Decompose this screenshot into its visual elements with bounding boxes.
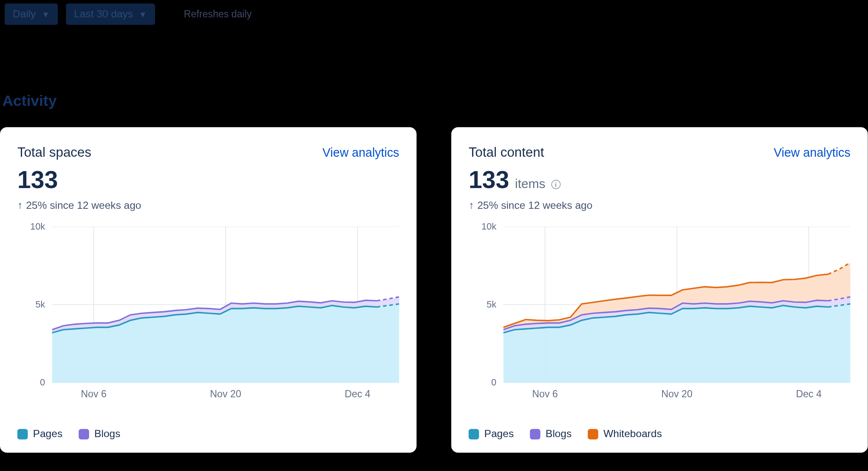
legend-swatch-blogs	[530, 429, 540, 439]
metric-unit: items	[515, 176, 545, 191]
arrow-up-icon: ↑	[17, 199, 22, 212]
range-label: Last 30 days	[74, 8, 133, 20]
legend-swatch-pages	[469, 429, 479, 439]
card-title: Total content	[469, 144, 544, 160]
refresh-note: Refreshes daily	[184, 8, 252, 20]
chart-total-content: 10k 5k 0 Nov 6 Nov 20 Dec 4	[469, 227, 851, 400]
filters-bar: Daily ▼ Last 30 days ▼ Refreshes daily	[0, 0, 868, 28]
x-axis-labels: Nov 6 Nov 20 Dec 4	[52, 388, 399, 401]
metric-value: 133	[17, 166, 58, 194]
card-title: Total spaces	[17, 144, 92, 160]
legend-item-blogs: Blogs	[530, 428, 571, 440]
card-total-spaces: Total spaces View analytics 133 ↑ 25% si…	[0, 127, 417, 452]
card-total-content: Total content View analytics 133 items i…	[451, 127, 868, 452]
trend-text: ↑ 25% since 12 weeks ago	[469, 199, 851, 212]
info-icon[interactable]: i	[551, 180, 560, 189]
y-axis-labels: 10k 5k 0	[16, 227, 45, 383]
view-analytics-link[interactable]: View analytics	[323, 146, 399, 160]
cards-row: Total spaces View analytics 133 ↑ 25% si…	[0, 127, 868, 452]
y-axis-labels: 10k 5k 0	[467, 227, 496, 383]
view-analytics-link[interactable]: View analytics	[773, 146, 850, 160]
frequency-dropdown[interactable]: Daily ▼	[5, 3, 58, 25]
legend-item-blogs: Blogs	[79, 428, 120, 440]
chevron-down-icon: ▼	[42, 10, 50, 19]
chart-legend: Pages Blogs	[17, 428, 399, 440]
arrow-up-icon: ↑	[469, 199, 474, 212]
legend-swatch-pages	[17, 429, 28, 439]
legend-item-pages: Pages	[469, 428, 514, 440]
chart-legend: Pages Blogs Whiteboards	[469, 428, 851, 440]
legend-item-pages: Pages	[17, 428, 63, 440]
legend-swatch-blogs	[79, 429, 89, 439]
x-axis-labels: Nov 6 Nov 20 Dec 4	[504, 388, 851, 401]
range-dropdown[interactable]: Last 30 days ▼	[66, 3, 155, 25]
chart-total-spaces: 10k 5k 0 Nov 6 Nov 20 Dec 4	[17, 227, 399, 400]
frequency-label: Daily	[13, 8, 36, 20]
chevron-down-icon: ▼	[139, 10, 147, 19]
legend-item-whiteboards: Whiteboards	[588, 428, 662, 440]
legend-swatch-whiteboards	[588, 429, 598, 439]
metric-value: 133	[469, 166, 509, 194]
trend-text: ↑ 25% since 12 weeks ago	[17, 199, 399, 212]
section-title: Activity	[2, 92, 868, 110]
